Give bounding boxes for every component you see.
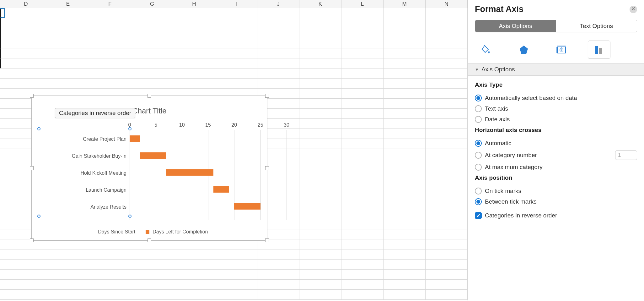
- cell[interactable]: [384, 58, 426, 68]
- cell[interactable]: [131, 58, 173, 68]
- cell[interactable]: [89, 260, 131, 270]
- cell[interactable]: [299, 219, 341, 229]
- cell[interactable]: [341, 109, 384, 119]
- cell[interactable]: [426, 219, 468, 229]
- cell[interactable]: [173, 79, 215, 89]
- cell[interactable]: [47, 239, 89, 249]
- cell[interactable]: [299, 109, 341, 119]
- cell[interactable]: [299, 129, 341, 139]
- cell[interactable]: [426, 68, 468, 79]
- cell[interactable]: [5, 79, 47, 89]
- cell[interactable]: [131, 38, 173, 48]
- cell[interactable]: [47, 8, 89, 18]
- cell[interactable]: [426, 109, 468, 119]
- cell[interactable]: [131, 239, 173, 249]
- cell[interactable]: [89, 249, 131, 260]
- cell[interactable]: [89, 79, 131, 89]
- cell[interactable]: [426, 209, 468, 219]
- cell[interactable]: [426, 239, 468, 249]
- cell[interactable]: [341, 159, 384, 169]
- cell[interactable]: [215, 239, 257, 249]
- cell[interactable]: [0, 38, 5, 48]
- cell[interactable]: [173, 28, 215, 38]
- cell[interactable]: [426, 159, 468, 169]
- cell[interactable]: [426, 189, 468, 199]
- cell[interactable]: [384, 280, 426, 290]
- cell[interactable]: [384, 239, 426, 249]
- cell[interactable]: [426, 270, 468, 280]
- axis-options-icon-tab[interactable]: [588, 41, 610, 59]
- cell[interactable]: [89, 290, 131, 300]
- axis-options-section-header[interactable]: ▼ Axis Options: [468, 63, 644, 76]
- resize-handle[interactable]: [30, 166, 34, 170]
- cell[interactable]: [426, 48, 468, 58]
- cell[interactable]: [5, 290, 47, 300]
- cell[interactable]: [0, 68, 5, 79]
- cell[interactable]: [47, 280, 89, 290]
- cell[interactable]: [5, 58, 47, 68]
- close-panel-button[interactable]: ✕: [630, 6, 637, 13]
- cell[interactable]: [0, 280, 5, 290]
- cell[interactable]: [341, 149, 384, 159]
- cell[interactable]: [47, 48, 89, 58]
- cell[interactable]: [89, 18, 131, 28]
- cell[interactable]: [426, 199, 468, 209]
- cell[interactable]: [384, 219, 426, 229]
- cell[interactable]: [341, 260, 384, 270]
- cell[interactable]: [384, 18, 426, 28]
- cell[interactable]: [426, 169, 468, 179]
- cell[interactable]: [299, 139, 341, 149]
- data-bar[interactable]: [234, 203, 260, 210]
- cell[interactable]: [384, 119, 426, 129]
- cell[interactable]: [257, 280, 299, 290]
- col-header[interactable]: I: [215, 0, 257, 8]
- col-header[interactable]: L: [341, 0, 384, 8]
- cell[interactable]: [0, 89, 5, 99]
- cell[interactable]: [173, 260, 215, 270]
- data-bar[interactable]: [213, 186, 229, 193]
- cell[interactable]: [341, 189, 384, 199]
- cell[interactable]: [0, 149, 5, 159]
- cell[interactable]: [5, 8, 47, 18]
- data-bar[interactable]: [140, 152, 166, 159]
- cell[interactable]: [131, 249, 173, 260]
- cell[interactable]: [426, 129, 468, 139]
- cell[interactable]: [426, 249, 468, 260]
- cell[interactable]: [299, 189, 341, 199]
- cell[interactable]: [341, 270, 384, 280]
- cell[interactable]: [299, 169, 341, 179]
- cell[interactable]: [0, 290, 5, 300]
- cell[interactable]: [341, 280, 384, 290]
- cell[interactable]: [89, 38, 131, 48]
- cell[interactable]: [299, 89, 341, 99]
- cell[interactable]: [426, 8, 468, 18]
- cell[interactable]: [299, 28, 341, 38]
- cell[interactable]: [341, 179, 384, 189]
- cell[interactable]: [341, 129, 384, 139]
- cell[interactable]: [299, 179, 341, 189]
- cell[interactable]: [131, 260, 173, 270]
- cell[interactable]: [131, 28, 173, 38]
- cell[interactable]: [5, 18, 47, 28]
- col-header[interactable]: J: [257, 0, 299, 8]
- cell[interactable]: [215, 68, 257, 79]
- cell[interactable]: [426, 260, 468, 270]
- cell[interactable]: [0, 189, 5, 199]
- cell[interactable]: [89, 239, 131, 249]
- cell[interactable]: [215, 48, 257, 58]
- cell[interactable]: [173, 249, 215, 260]
- cell[interactable]: [299, 79, 341, 89]
- cell[interactable]: [173, 58, 215, 68]
- col-header[interactable]: H: [173, 0, 215, 8]
- cell[interactable]: [341, 209, 384, 219]
- crosses-at-category-radio[interactable]: At category number: [475, 149, 637, 162]
- cell[interactable]: [0, 119, 5, 129]
- cell[interactable]: [426, 179, 468, 189]
- cell[interactable]: [215, 38, 257, 48]
- text-options-tab[interactable]: Text Options: [556, 20, 637, 32]
- cell[interactable]: [341, 249, 384, 260]
- cell[interactable]: [47, 270, 89, 280]
- cell[interactable]: [426, 229, 468, 239]
- cell[interactable]: [131, 68, 173, 79]
- cell[interactable]: [299, 260, 341, 270]
